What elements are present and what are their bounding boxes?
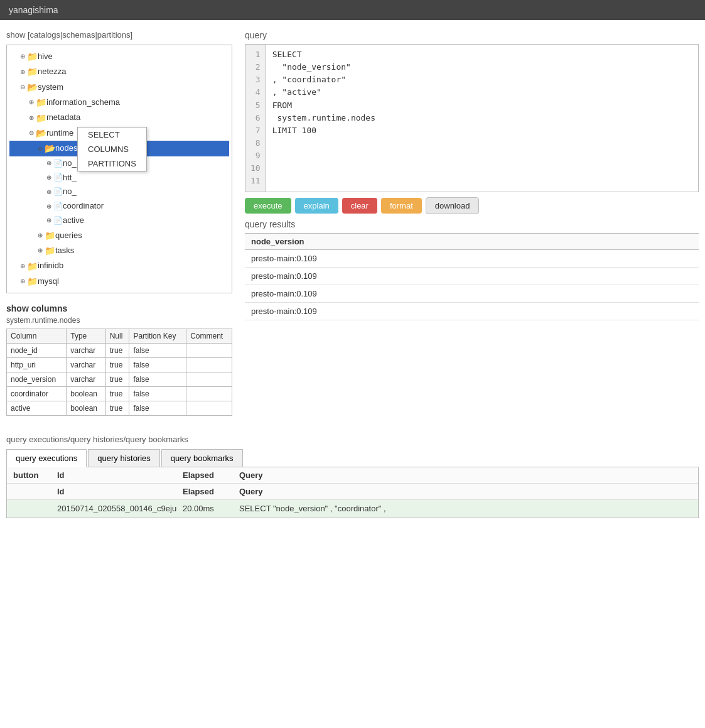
expand-icon: ⊕ (27, 97, 36, 107)
tree-item-mysql[interactable]: ⊕ 📁 mysql (9, 274, 229, 289)
cell-column: active (7, 401, 67, 416)
result-cell: presto-main:0.109 (245, 267, 699, 285)
results-tbody: presto-main:0.109presto-main:0.109presto… (245, 249, 699, 320)
explain-button[interactable]: explain (295, 198, 338, 214)
exec-row-query: SELECT "node_version" , "coordinator" , (239, 504, 692, 513)
file-icon: 📄 (53, 215, 63, 227)
context-menu-partitions[interactable]: PARTITIONS (78, 156, 146, 171)
tree-label: infinidb (38, 259, 63, 273)
cell-partition_key: false (129, 372, 186, 387)
download-button[interactable]: download (426, 197, 480, 214)
tab-query-executions[interactable]: query executions (6, 449, 87, 467)
exec-header-button: button (13, 470, 57, 480)
col-header-null: Null (105, 329, 129, 344)
exec-subheader-empty (13, 487, 57, 496)
tree-label: hive (38, 50, 53, 63)
tree-item-tasks[interactable]: ⊕ 📁 tasks (9, 243, 229, 258)
execute-button[interactable]: execute (245, 198, 291, 214)
query-content[interactable]: SELECT "node_version" , "coordinator" , … (266, 45, 382, 192)
query-editor[interactable]: 12345 67891011 SELECT "node_version" , "… (245, 44, 699, 192)
tree-item-infinidb[interactable]: ⊕ 📁 infinidb (9, 259, 229, 274)
columns-table: Column Type Null Partition Key Comment n… (6, 329, 232, 416)
tree-item-information-schema[interactable]: ⊕ 📁 information_schema (9, 95, 229, 110)
folder-icon: 📂 (36, 126, 46, 140)
table-row: presto-main:0.109 (245, 302, 699, 320)
expand-icon: ⊕ (18, 52, 27, 62)
col-header-partition-key: Partition Key (129, 329, 186, 344)
tree-label: queries (55, 229, 82, 242)
cell-type: varchar (67, 358, 105, 372)
context-menu-select[interactable]: SELECT (78, 128, 146, 142)
folder-icon: 📁 (36, 111, 46, 125)
tree-label: coordinator (63, 200, 104, 213)
tab-query-histories[interactable]: query histories (88, 449, 160, 467)
tree-item-hive[interactable]: ⊕ 📁 hive (9, 49, 229, 64)
tree-item-metadata[interactable]: ⊕ 📁 metadata (9, 111, 229, 126)
cell-partition_key: false (129, 387, 186, 401)
tree-item-active[interactable]: ⊕ 📄 active (9, 214, 229, 228)
file-icon: 📄 (53, 200, 63, 212)
query-toolbar: execute explain clear format download (245, 197, 699, 214)
expand-icon: ⊕ (36, 246, 45, 256)
tree-label: nodes (55, 142, 77, 155)
clear-button[interactable]: clear (342, 198, 377, 214)
executions-rows-container: 20150714_020558_00146_c9eju20.00msSELECT… (7, 500, 698, 518)
results-column-header: node_version (245, 233, 699, 249)
tree-label: active (63, 214, 84, 227)
tree-label: htt_ (63, 171, 77, 185)
tabs-container: query executions query histories query b… (6, 449, 699, 467)
file-icon: 📄 (53, 158, 63, 170)
cell-comment (186, 387, 232, 401)
folder-icon: 📁 (36, 95, 46, 109)
expand-icon: ⊕ (18, 261, 27, 271)
tree-container: ⊕ 📁 hive ⊕ 📁 netezza ⊖ 📂 system ⊕ 📁 info… (6, 45, 232, 293)
expand-icon: ⊕ (45, 187, 53, 197)
folder-icon: 📁 (27, 274, 38, 288)
table-row: presto-main:0.109 (245, 285, 699, 302)
query-results-section: query results node_version presto-main:0… (245, 219, 699, 320)
cell-null: true (105, 372, 129, 387)
expand-icon: ⊕ (18, 276, 27, 286)
columns-tbody: node_idvarchartruefalsehttp_urivarchartr… (7, 344, 232, 416)
left-panel: show [catalogs|schemas|partitions] ⊕ 📁 h… (6, 30, 239, 416)
folder-icon: 📁 (45, 244, 55, 258)
table-row: presto-main:0.109 (245, 249, 699, 267)
col-header-type: Type (67, 329, 105, 344)
cell-comment (186, 401, 232, 416)
list-item[interactable]: 20150714_020558_00146_c9eju20.00msSELECT… (7, 500, 698, 518)
show-link[interactable]: show [catalogs|schemas|partitions] (6, 30, 232, 40)
cell-null: true (105, 387, 129, 401)
format-button[interactable]: format (381, 198, 422, 214)
query-title: query (245, 30, 699, 40)
topbar: yanagishima (0, 0, 705, 20)
tree-label: mysql (38, 275, 59, 288)
executions-panel: button Id Elapsed Query Id Elapsed Query… (6, 467, 699, 518)
tree-item-queries[interactable]: ⊕ 📁 queries (9, 228, 229, 243)
cell-partition_key: false (129, 358, 186, 372)
exec-header-query: Query (239, 470, 692, 480)
cell-column: http_uri (7, 358, 67, 372)
tree-item-htt1[interactable]: ⊕ 📄 htt_ (9, 171, 229, 185)
executions-subheader: Id Elapsed Query (7, 484, 698, 500)
cell-partition_key: false (129, 344, 186, 358)
tree-item-coordinator[interactable]: ⊕ 📄 coordinator (9, 199, 229, 214)
tab-query-bookmarks[interactable]: query bookmarks (161, 449, 243, 467)
tree-item-no2[interactable]: ⊕ 📄 no_ (9, 185, 229, 199)
context-menu-columns[interactable]: COLUMNS (78, 142, 146, 156)
folder-icon: 📁 (27, 259, 38, 273)
expand-icon: ⊖ (27, 128, 36, 138)
tree-label: information_schema (46, 96, 120, 109)
cell-null: true (105, 358, 129, 372)
exec-row-button (13, 504, 57, 513)
result-cell: presto-main:0.109 (245, 302, 699, 320)
tree-item-netezza[interactable]: ⊕ 📁 netezza (9, 64, 229, 79)
table-row: node_versionvarchartruefalse (7, 372, 232, 387)
tree-label: system (38, 81, 63, 94)
bottom-section: query executions/query histories/query b… (0, 435, 705, 531)
show-columns-title: show columns (6, 303, 232, 313)
tree-item-system[interactable]: ⊖ 📂 system (9, 80, 229, 95)
expand-icon: ⊕ (45, 215, 53, 225)
exec-header-elapsed: Elapsed (183, 470, 239, 480)
query-results-title: query results (245, 219, 699, 229)
bottom-title: query executions/query histories/query b… (6, 435, 699, 444)
